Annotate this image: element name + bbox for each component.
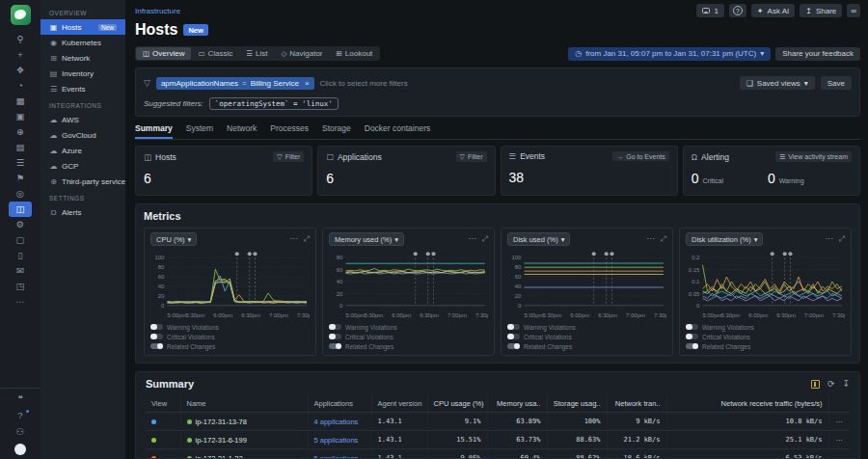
sidebar-item-third-party-services[interactable]: ⊕Third-party services — [41, 174, 125, 189]
view-cell[interactable] — [146, 413, 180, 431]
save-button[interactable]: Save — [821, 76, 852, 90]
column-header-view[interactable]: View — [146, 395, 180, 413]
column-warning-icon[interactable] — [811, 380, 820, 389]
settings-gear-icon[interactable]: ⚙ — [9, 217, 32, 232]
column-header-storage-usag[interactable]: Storage usag.. — [547, 395, 607, 413]
column-header-agent-version[interactable]: Agent version — [371, 395, 427, 413]
warning-violations-toggle[interactable] — [507, 324, 520, 331]
chart-menu-icon[interactable]: ⋯ — [647, 234, 655, 244]
related-changes-toggle[interactable] — [150, 343, 163, 350]
sidebar-item-azure[interactable]: ☁Azure — [41, 143, 125, 158]
critical-violations-toggle[interactable] — [507, 334, 520, 340]
warning-violations-toggle[interactable] — [150, 324, 163, 331]
related-changes-toggle[interactable] — [329, 343, 341, 350]
infrastructure-icon[interactable]: ◫ — [9, 202, 32, 217]
chart-menu-icon[interactable]: ⋯ — [290, 234, 298, 244]
column-header-network-receive-traffic-bytes-s[interactable]: Network receive traffic (bytes/s) — [666, 395, 828, 413]
warning-violations-toggle[interactable] — [329, 324, 341, 331]
row-menu-icon[interactable]: ⋯ — [828, 413, 850, 431]
security-icon[interactable]: ⚑ — [9, 171, 32, 186]
apm-icon[interactable]: ⊕ — [9, 124, 32, 140]
chart-plot[interactable]: 0204060801005:00pm5:30pm6:00pm6:30pm7:00… — [150, 248, 310, 321]
applications-link[interactable]: 4 applications — [314, 418, 359, 426]
view-activity-stream-button[interactable]: ☰ View activity stream — [775, 151, 852, 162]
view-cell[interactable] — [146, 431, 180, 449]
hosts-filter-button[interactable]: ▽ Filter — [273, 151, 304, 162]
column-header-name[interactable]: Name — [180, 395, 308, 413]
logs-icon[interactable]: ▤ — [9, 140, 32, 155]
help-button[interactable]: ? — [729, 4, 746, 17]
expand-icon[interactable]: ⤢ — [304, 234, 310, 244]
view-cell[interactable] — [146, 449, 180, 459]
watchdog-icon[interactable]: ◔ — [9, 78, 32, 94]
dashboards-icon[interactable]: ❖ — [9, 63, 32, 78]
suggested-filter-pill[interactable]: `operatingSystem` = 'linux' — [209, 97, 339, 110]
inbox-icon[interactable]: ✉ — [9, 263, 32, 279]
applications-link[interactable]: 5 applications — [314, 436, 359, 445]
share-button[interactable]: ↥ Share — [800, 4, 842, 17]
help-icon[interactable]: ? — [9, 409, 32, 422]
warning-violations-toggle[interactable] — [686, 324, 698, 331]
related-changes-toggle[interactable] — [507, 343, 520, 350]
row-menu-icon[interactable]: ⋯ — [828, 431, 850, 449]
applications-link[interactable]: 5 applications — [314, 454, 359, 459]
sidebar-item-events[interactable]: ☰Events — [41, 81, 125, 96]
table-row[interactable]: ip-172-31-1-33 5 applications 1.43.1 9.8… — [146, 449, 850, 459]
tab-summary[interactable]: Summary — [135, 123, 173, 139]
metric-selector[interactable]: Disk used (%) ▾ — [507, 232, 570, 246]
remove-filter-icon[interactable]: × — [305, 79, 310, 88]
host-name[interactable]: ip-172-31-6-199 — [180, 431, 308, 449]
search-icon[interactable]: ⚲ — [9, 32, 32, 47]
refresh-icon[interactable]: ⟳ — [827, 379, 835, 389]
expand-icon[interactable]: ⤢ — [482, 234, 488, 244]
chart-plot[interactable]: 0204060801005:00pm5:30pm6:00pm6:30pm7:00… — [507, 248, 666, 321]
ci-icon[interactable]: ☰ — [9, 155, 32, 171]
sidebar-item-gcp[interactable]: ☁GCP — [41, 158, 125, 174]
table-row[interactable]: ip-172-31-13-78 4 applications 1.43.1 9.… — [146, 413, 850, 431]
critical-violations-toggle[interactable] — [686, 334, 698, 340]
view-tab-classic[interactable]: ▭Classic — [191, 47, 239, 60]
host-name[interactable]: ip-172-31-13-78 — [180, 413, 308, 431]
download-icon[interactable]: ↧ — [842, 379, 850, 389]
applications-filter-button[interactable]: ▽ Filter — [456, 151, 487, 162]
feedback-icon[interactable]: ❝ — [9, 392, 32, 406]
sidebar-item-govcloud[interactable]: ☁GovCloud — [41, 127, 125, 143]
more-icon[interactable]: ⋯ — [9, 294, 32, 310]
sidebar-item-inventory[interactable]: ▤Inventory — [41, 66, 125, 81]
column-header-actions[interactable] — [828, 395, 850, 413]
sidebar-item-network[interactable]: ⊞Network — [41, 50, 125, 66]
copy-link-button[interactable]: ∞ — [847, 4, 860, 17]
packages-icon[interactable]: ◳ — [9, 279, 32, 294]
expand-icon[interactable]: ⤢ — [661, 234, 666, 244]
row-menu-icon[interactable]: ⋯ — [828, 449, 850, 459]
chart-plot[interactable]: 00.050.10.150.25:00pm5:30pm6:00pm6:30pm7… — [686, 248, 845, 321]
column-header-memory-usa[interactable]: Memory usa.. — [487, 395, 547, 413]
time-range-picker[interactable]: ◷ from Jan 31, 05:07 pm to Jan 31, 07:31… — [568, 47, 771, 61]
column-header-cpu-usage[interactable]: CPU usage (%) — [427, 395, 487, 413]
tab-docker-containers[interactable]: Docker containers — [365, 123, 431, 139]
critical-violations-toggle[interactable] — [150, 334, 163, 340]
ask-ai-button[interactable]: ✦ Ask AI — [751, 4, 795, 17]
share-feedback-button[interactable]: Share your feedback — [775, 47, 860, 61]
chart-plot[interactable]: 0204060805:00pm5:30pm6:00pm6:30pm7:00pm7… — [329, 248, 488, 321]
expand-icon[interactable]: ⤢ — [839, 234, 845, 244]
chart-menu-icon[interactable]: ⋯ — [826, 234, 833, 244]
column-header-network-tran[interactable]: Network tran.. — [607, 395, 666, 413]
monitors-icon[interactable]: ◎ — [9, 186, 32, 202]
tab-system[interactable]: System — [186, 123, 213, 139]
metric-selector[interactable]: Memory used (%) ▾ — [329, 232, 404, 246]
filter-pill[interactable]: apmApplicationNames = Billing Service × — [156, 77, 314, 90]
go-to-events-button[interactable]: → Go to Events — [612, 151, 668, 161]
tab-network[interactable]: Network — [227, 123, 257, 139]
tab-processes[interactable]: Processes — [270, 123, 309, 139]
sidebar-item-kubernetes[interactable]: ◉Kubernetes — [41, 35, 125, 50]
sidebar-item-alerts[interactable]: ΩAlerts — [41, 204, 125, 220]
table-row[interactable]: ip-172-31-6-199 5 applications 1.43.1 15… — [146, 431, 850, 449]
tab-storage[interactable]: Storage — [322, 123, 351, 139]
integrations-icon[interactable]: ▢ — [9, 232, 32, 248]
view-tab-lookout[interactable]: ⊞Lookout — [330, 47, 380, 60]
sidebar-item-aws[interactable]: ☁AWS — [41, 112, 125, 127]
datadog-logo[interactable] — [11, 5, 31, 25]
view-tab-list[interactable]: ☰List — [239, 47, 274, 60]
related-changes-toggle[interactable] — [686, 343, 698, 350]
